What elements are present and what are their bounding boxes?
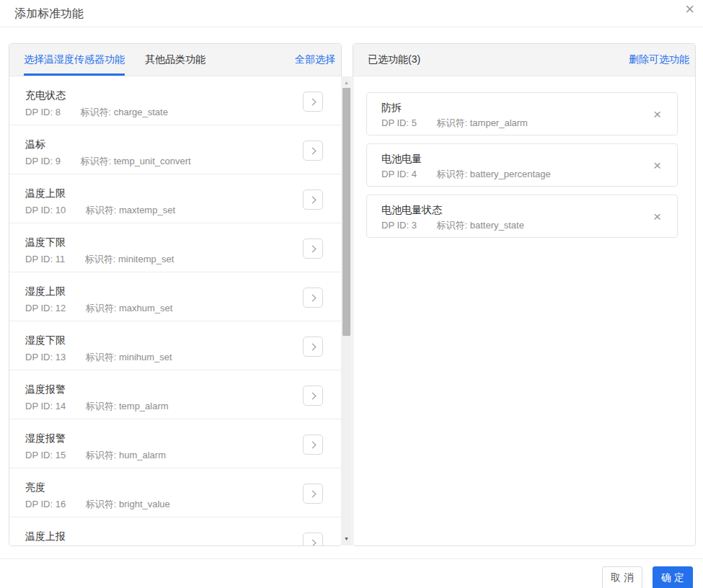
- chevron-right-icon: [309, 294, 316, 301]
- identifier: 标识符: hum_alarm: [86, 450, 166, 460]
- remove-icon[interactable]: ×: [653, 159, 661, 172]
- list-item[interactable]: 湿度报警 DP ID: 15 标识符: hum_alarm: [9, 419, 341, 468]
- add-function-button[interactable]: [303, 337, 323, 357]
- tab-bar: 选择温湿度传感器功能 其他品类功能: [24, 44, 295, 76]
- scrollbar[interactable]: ▲ ▼: [341, 76, 352, 545]
- chevron-right-icon: [309, 98, 316, 105]
- function-meta: DP ID: 8 标识符: charge_state: [25, 106, 303, 119]
- add-function-button[interactable]: [303, 239, 323, 259]
- add-function-button[interactable]: [303, 141, 323, 161]
- left-panel-header: 选择温湿度传感器功能 其他品类功能 全部选择: [9, 44, 341, 76]
- chevron-right-icon: [309, 539, 316, 546]
- identifier: 标识符: battery_percentage: [437, 169, 551, 179]
- identifier: 标识符: maxtemp_set: [86, 205, 175, 215]
- identifier: 标识符: temp_alarm: [86, 401, 169, 411]
- dp-id: DP ID: 11: [25, 254, 65, 264]
- identifier: 标识符: maxhum_set: [86, 303, 173, 313]
- right-panel-header: 已选功能(3) 删除可选功能: [353, 44, 695, 76]
- add-function-button[interactable]: [303, 386, 323, 406]
- identifier: 标识符: temp_unit_convert: [81, 156, 191, 166]
- confirm-button[interactable]: 确 定: [653, 566, 693, 588]
- chevron-right-icon: [309, 147, 316, 154]
- function-name: 温度下限: [25, 235, 303, 249]
- list-item[interactable]: 温度下限 DP ID: 11 标识符: minitemp_set: [9, 223, 341, 272]
- list-item[interactable]: 湿度下限 DP ID: 13 标识符: minihum_set: [9, 321, 341, 370]
- list-item[interactable]: 温度上报: [9, 517, 341, 546]
- selected-function-card: 电池电量状态 DP ID: 3 标识符: battery_state ×: [366, 195, 678, 238]
- list-item[interactable]: 湿度上限 DP ID: 12 标识符: maxhum_set: [9, 272, 341, 321]
- selected-panel-title: 已选功能(3): [368, 44, 629, 76]
- function-name: 温标: [25, 137, 303, 151]
- add-function-button[interactable]: [303, 484, 323, 504]
- tab-other-categories[interactable]: 其他品类功能: [145, 44, 205, 76]
- select-all-link[interactable]: 全部选择: [295, 44, 335, 76]
- selected-functions-panel: 已选功能(3) 删除可选功能 防拆 DP ID: 5 标识符: tamper_a…: [353, 43, 696, 546]
- cancel-button[interactable]: 取 消: [602, 566, 642, 588]
- function-name: 温度上报: [25, 529, 303, 543]
- function-name: 温度上限: [25, 186, 303, 200]
- selected-function-list: 防拆 DP ID: 5 标识符: tamper_alarm × 电池电量 DP …: [353, 76, 695, 238]
- function-name: 电池电量: [381, 151, 637, 166]
- function-name: 防拆: [381, 100, 637, 115]
- footer-divider: [0, 558, 703, 559]
- identifier: 标识符: bright_value: [86, 499, 170, 509]
- function-name: 湿度报警: [25, 431, 303, 445]
- function-meta: DP ID: 13 标识符: minihum_set: [25, 351, 303, 364]
- chevron-right-icon: [309, 490, 316, 497]
- remove-icon[interactable]: ×: [653, 210, 661, 223]
- dp-id: DP ID: 9: [25, 156, 61, 166]
- function-meta: DP ID: 5 标识符: tamper_alarm: [381, 117, 637, 130]
- dp-id: DP ID: 14: [25, 401, 66, 411]
- function-meta: DP ID: 11 标识符: minitemp_set: [25, 253, 303, 266]
- chevron-right-icon: [309, 441, 316, 448]
- list-item[interactable]: 亮度 DP ID: 16 标识符: bright_value: [9, 468, 341, 517]
- function-meta: DP ID: 14 标识符: temp_alarm: [25, 400, 303, 413]
- dp-id: DP ID: 5: [381, 117, 417, 128]
- function-meta: DP ID: 3 标识符: battery_state: [381, 219, 637, 232]
- delete-optional-link[interactable]: 删除可选功能: [629, 44, 689, 76]
- available-functions-panel: 选择温湿度传感器功能 其他品类功能 全部选择 充电状态 DP ID: 8 标识符…: [9, 43, 342, 546]
- function-meta: DP ID: 10 标识符: maxtemp_set: [25, 204, 303, 217]
- function-meta: DP ID: 12 标识符: maxhum_set: [25, 302, 303, 315]
- selected-function-card: 电池电量 DP ID: 4 标识符: battery_percentage ×: [366, 143, 678, 187]
- list-item[interactable]: 温标 DP ID: 9 标识符: temp_unit_convert: [9, 125, 341, 174]
- dp-id: DP ID: 8: [25, 107, 61, 117]
- function-meta: DP ID: 15 标识符: hum_alarm: [25, 449, 303, 462]
- tab-sensor-functions[interactable]: 选择温湿度传感器功能: [24, 44, 125, 76]
- list-item[interactable]: 温度报警 DP ID: 14 标识符: temp_alarm: [9, 370, 341, 419]
- identifier: 标识符: minitemp_set: [85, 254, 174, 264]
- dp-id: DP ID: 12: [25, 303, 66, 313]
- function-name: 充电状态: [25, 88, 303, 102]
- dp-id: DP ID: 15: [25, 450, 66, 460]
- identifier: 标识符: tamper_alarm: [437, 117, 528, 128]
- add-function-button[interactable]: [303, 92, 323, 112]
- add-function-button[interactable]: [303, 190, 323, 210]
- identifier: 标识符: charge_state: [81, 107, 168, 117]
- list-item[interactable]: 温度上限 DP ID: 10 标识符: maxtemp_set: [9, 174, 341, 223]
- function-name: 湿度上限: [25, 284, 303, 298]
- identifier: 标识符: battery_state: [437, 220, 524, 231]
- function-name: 湿度下限: [25, 333, 303, 347]
- function-meta: DP ID: 9 标识符: temp_unit_convert: [25, 155, 303, 168]
- chevron-right-icon: [309, 392, 316, 399]
- function-list: 充电状态 DP ID: 8 标识符: charge_state 温标 DP ID…: [9, 76, 341, 546]
- remove-icon[interactable]: ×: [653, 107, 661, 121]
- dp-id: DP ID: 10: [25, 205, 66, 215]
- chevron-right-icon: [309, 343, 316, 350]
- dp-id: DP ID: 13: [25, 352, 66, 362]
- scroll-up-icon[interactable]: ▲: [341, 78, 352, 88]
- add-function-button[interactable]: [303, 533, 323, 546]
- close-icon[interactable]: ×: [685, 1, 694, 17]
- dp-id: DP ID: 16: [25, 499, 66, 509]
- function-name: 亮度: [25, 480, 303, 494]
- dp-id: DP ID: 3: [381, 220, 417, 231]
- function-meta: DP ID: 16 标识符: bright_value: [25, 498, 303, 511]
- scroll-down-icon[interactable]: ▼: [341, 534, 352, 544]
- add-function-button[interactable]: [303, 288, 323, 308]
- function-name: 温度报警: [25, 382, 303, 396]
- function-meta: DP ID: 4 标识符: battery_percentage: [381, 168, 637, 181]
- scrollbar-thumb[interactable]: [342, 88, 350, 336]
- list-item[interactable]: 充电状态 DP ID: 8 标识符: charge_state: [9, 76, 341, 125]
- add-function-button[interactable]: [303, 435, 323, 455]
- dialog-header: 添加标准功能 ×: [0, 0, 703, 27]
